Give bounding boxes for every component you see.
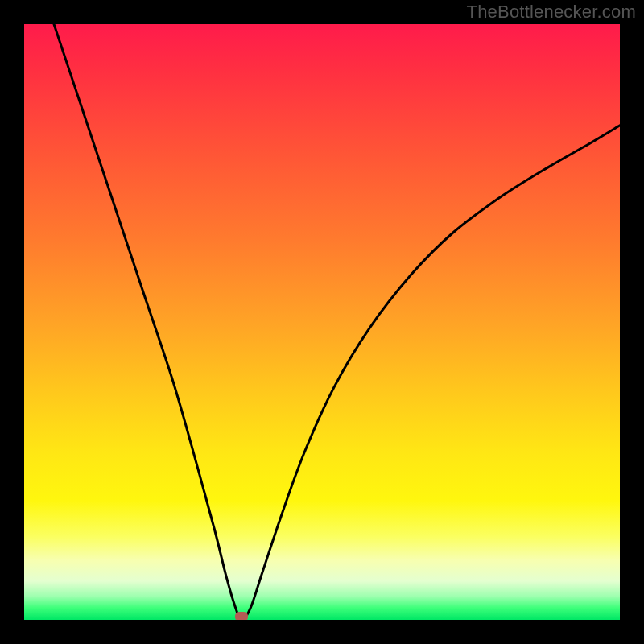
watermark-text: TheBottlenecker.com	[467, 2, 636, 23]
chart-frame: TheBottlenecker.com	[0, 0, 644, 644]
bottleneck-curve	[24, 24, 620, 620]
optimum-marker	[235, 612, 248, 620]
curve-path	[54, 24, 620, 620]
plot-area	[24, 24, 620, 620]
